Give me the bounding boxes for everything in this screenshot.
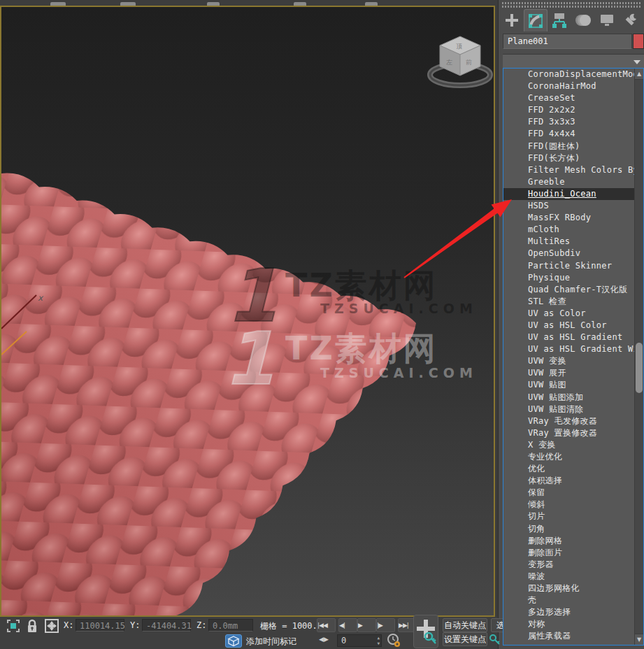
command-panel-tabs: [500, 9, 644, 32]
modifier-item[interactable]: UV as HSL Gradient: [503, 331, 643, 343]
x-coord-label: X:: [64, 620, 73, 630]
modifier-item[interactable]: FFD 2x2x2: [503, 104, 643, 116]
modifier-item[interactable]: 倾斜: [503, 499, 643, 511]
tab-modify[interactable]: [524, 9, 548, 31]
modifier-item[interactable]: 专业优化: [503, 451, 643, 463]
modifier-item[interactable]: Filter Mesh Colors By Hue: [503, 164, 643, 176]
modifier-item[interactable]: Particle Skinner: [503, 260, 643, 272]
scrollbar-thumb[interactable]: [636, 343, 643, 393]
modifier-items: CoronaDisplacementModCoronaHairModCrease…: [503, 69, 643, 646]
tab-display[interactable]: [595, 9, 619, 31]
modifier-item[interactable]: X 变换: [503, 439, 643, 451]
tab-utilities[interactable]: [619, 9, 643, 31]
modifier-item[interactable]: 保留: [503, 487, 643, 499]
dropdown-scrollbar[interactable]: ▲ ▼: [634, 69, 643, 645]
modifier-item[interactable]: 壳: [503, 594, 643, 606]
modifier-item[interactable]: 优化: [503, 463, 643, 475]
modifier-item[interactable]: UVW 贴图: [503, 379, 643, 391]
auto-key-button[interactable]: 自动关键点: [443, 618, 487, 632]
modifier-item[interactable]: 切角: [503, 523, 643, 535]
modifier-dropdown-list: CoronaDisplacementModCoronaHairModCrease…: [503, 68, 644, 646]
modifier-item[interactable]: Quad Chamfer-T汉化版: [503, 284, 643, 296]
modifier-item[interactable]: Physique: [503, 272, 643, 284]
scroll-down-button[interactable]: ▼: [635, 634, 643, 645]
modifier-item[interactable]: 变形器: [503, 559, 643, 571]
modifier-item[interactable]: FFD(长方体): [503, 152, 643, 164]
y-coord-field[interactable]: -41404.31: [142, 619, 191, 632]
modifier-item[interactable]: UV as HSL Gradient With Mi: [503, 343, 643, 355]
previous-frame-button[interactable]: ◀|: [338, 618, 357, 632]
z-coord-field[interactable]: 0.0mm: [208, 619, 253, 632]
modifier-item[interactable]: 切片: [503, 511, 643, 522]
cube-icon: [226, 635, 241, 647]
modifier-item[interactable]: mCloth: [503, 224, 643, 236]
z-coord-label: Z:: [196, 620, 206, 630]
viewcube-left-label[interactable]: 左: [446, 59, 452, 66]
add-time-tag-label[interactable]: 添加时间标记: [246, 636, 296, 648]
modifier-item-selected[interactable]: Houdini_Ocean: [503, 188, 643, 200]
selection-region-icon[interactable]: [6, 618, 21, 634]
motion-icon: [575, 12, 592, 29]
time-configuration-icon[interactable]: [387, 634, 402, 648]
modifier-item[interactable]: UV as Color: [503, 308, 643, 320]
modifier-item[interactable]: 噪波: [503, 571, 643, 583]
panel-drag-handle[interactable]: [501, 1, 641, 8]
modifier-item[interactable]: STL 检查: [503, 296, 643, 308]
modifier-item[interactable]: UVW 变换: [503, 355, 643, 367]
viewcube[interactable]: 顶 左 前: [430, 36, 490, 85]
y-coord-label: Y:: [130, 620, 140, 630]
tab-create[interactable]: [500, 9, 524, 31]
plus-icon: [504, 13, 520, 28]
scroll-up-button[interactable]: ▲: [635, 69, 643, 80]
3dsmax-window: { "viewport": { "watermarks": [ {"numera…: [0, 0, 644, 649]
modifier-item[interactable]: UVW 贴图添加: [503, 392, 643, 404]
modifier-item[interactable]: Greeble: [503, 176, 643, 188]
viewcube-front-label[interactable]: 前: [466, 59, 472, 66]
modifier-item[interactable]: HSDS: [503, 200, 643, 212]
perspective-viewport[interactable]: x 顶 左 前 1 TZ素材网 TZSUCAI.COM 1 TZ素材网 TZSU…: [0, 6, 495, 617]
key-filters-icon[interactable]: [489, 634, 501, 646]
key-mode-toggle[interactable]: ◀▶: [319, 636, 329, 643]
object-color-swatch[interactable]: [633, 34, 644, 49]
modifier-item[interactable]: 平滑: [503, 643, 643, 646]
modifier-item[interactable]: 四边形网格化: [503, 583, 643, 594]
modifier-item[interactable]: VRay 毛发修改器: [503, 415, 643, 427]
modifier-item[interactable]: 属性承载器: [503, 630, 643, 642]
modifier-item[interactable]: FFD(圆柱体): [503, 141, 643, 152]
frame-number-spinner[interactable]: 0 ▲▼: [337, 634, 382, 647]
tab-motion[interactable]: [571, 9, 595, 31]
modifier-item[interactable]: 对称: [503, 618, 643, 630]
modifier-item[interactable]: 体积选择: [503, 475, 643, 487]
set-key-button[interactable]: 设置关键点: [443, 632, 487, 646]
tab-hierarchy[interactable]: [548, 9, 571, 31]
modifier-item[interactable]: MassFX RBody: [503, 212, 643, 224]
display-icon: [599, 12, 615, 29]
x-coord-field[interactable]: 110014.15: [76, 619, 124, 632]
viewport-canvas: x 顶 左 前: [1, 7, 494, 615]
isolate-selection-button[interactable]: [225, 634, 242, 648]
modifier-item[interactable]: OpenSubdiv: [503, 248, 643, 259]
next-frame-button[interactable]: |▶: [376, 618, 395, 632]
modifier-item[interactable]: 删除网格: [503, 535, 643, 547]
play-button[interactable]: ▶: [357, 618, 376, 632]
modifier-item[interactable]: UVW 贴图清除: [503, 404, 643, 415]
object-name-row: Plane001: [503, 34, 641, 49]
modifier-item[interactable]: FFD 3x3x3: [503, 116, 643, 128]
modifier-list-combobox[interactable]: [503, 54, 644, 68]
lock-icon[interactable]: [26, 618, 38, 634]
chevron-down-icon: [634, 60, 641, 64]
modifier-item[interactable]: UV as HSL Color: [503, 320, 643, 331]
absolute-transform-icon[interactable]: [44, 618, 59, 634]
modifier-item[interactable]: CoronaDisplacementMod: [503, 69, 643, 80]
viewcube-top-label[interactable]: 顶: [456, 43, 462, 50]
go-to-start-button[interactable]: |◀◀: [317, 618, 336, 632]
modifier-item[interactable]: 多边形选择: [503, 606, 643, 618]
modifier-item[interactable]: UVW 展开: [503, 367, 643, 379]
object-name-field[interactable]: Plane001: [503, 34, 632, 49]
modifier-item[interactable]: MultiRes: [503, 236, 643, 248]
modifier-item[interactable]: VRay 置换修改器: [503, 427, 643, 439]
modifier-item[interactable]: 删除面片: [503, 547, 643, 559]
modifier-item[interactable]: FFD 4x4x4: [503, 128, 643, 140]
modifier-item[interactable]: CreaseSet: [503, 92, 643, 104]
modifier-item[interactable]: CoronaHairMod: [503, 80, 643, 92]
